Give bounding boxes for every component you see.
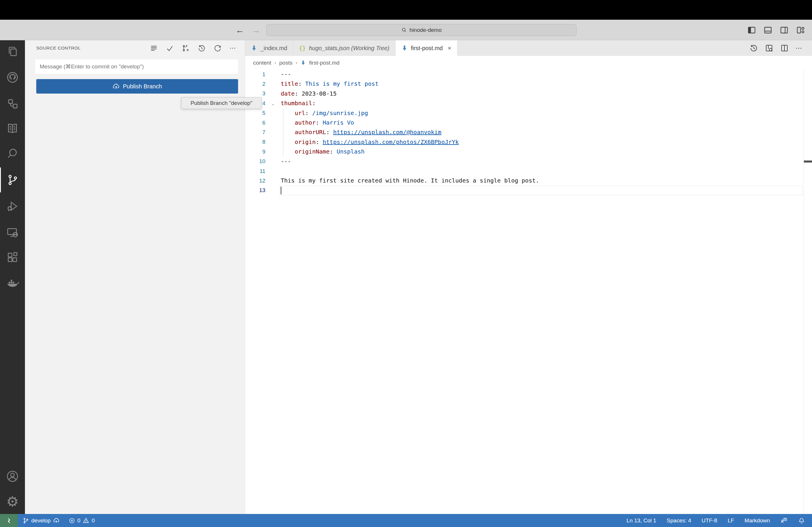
refresh-icon[interactable] [214,44,222,52]
tab-label: hugo_stats.json (Working Tree) [309,45,390,51]
search-icon [401,27,407,33]
code-line[interactable]: 8 origin: https://unsplash.com/photos/ZX… [245,137,812,147]
breadcrumb: content › posts › first-post.md [245,56,812,70]
split-editor-icon[interactable] [780,44,789,52]
sidebar-item-github[interactable] [0,65,25,90]
breadcrumb-item-file[interactable]: first-post.md [309,60,339,66]
github-icon [6,71,19,84]
indentation-item[interactable]: Spaces: 4 [667,517,691,524]
breadcrumb-item-posts[interactable]: posts [279,60,292,66]
problems-status-item[interactable]: 0 0 [69,517,95,524]
branch-name: develop [31,517,51,524]
tab-hugo-stats-json[interactable]: {} hugo_stats.json (Working Tree) [293,40,395,56]
remote-explorer-icon [6,226,19,239]
source-control-panel: SOURCE CONTROL ⋯ Publish Branch [25,40,245,514]
branch-status-item[interactable]: develop [23,517,60,524]
settings-gear-button[interactable]: ⚙ [0,490,25,514]
sidebar-item-hierarchy[interactable] [0,91,25,116]
line-number: 8 [245,139,265,145]
bell-icon [798,517,805,524]
timeline-history-icon[interactable] [749,44,758,52]
top-black-strip [0,0,812,20]
line-number: 13 [245,187,265,194]
publish-branch-button[interactable]: Publish Branch [36,79,238,94]
code-line[interactable]: 12 This is my first site created with Hi… [245,176,812,185]
sidebar-item-run-debug[interactable] [0,194,25,219]
code-line[interactable]: 9 originName: Unsplash [245,147,812,156]
chevron-right-icon: › [295,60,297,66]
remote-indicator[interactable] [0,514,18,527]
cursor-position-item[interactable]: Ln 13, Col 1 [626,517,656,524]
accounts-icon [6,470,19,483]
sidebar-item-search[interactable] [0,141,25,166]
sidebar-item-source-control[interactable] [0,167,25,192]
code-line[interactable]: 7 authorURL: https://unsplash.com/@hoanv… [245,127,812,137]
line-number: 7 [245,129,265,136]
code-line-current[interactable]: 13 [245,186,812,195]
view-as-list-icon[interactable] [150,44,158,52]
cloud-upload-icon [113,83,120,90]
publish-branch-label: Publish Branch [123,83,162,90]
code-line[interactable]: 10 --- [245,157,812,166]
line-number: 12 [245,178,265,184]
sidebar-item-explorer[interactable] [0,39,25,64]
code-line[interactable]: 11 [245,166,812,176]
publish-branch-tooltip: Publish Branch "develop" [181,97,262,109]
overview-ruler[interactable] [803,70,804,514]
tab-index-md[interactable]: _index.md [245,40,293,56]
more-actions-icon[interactable]: ⋯ [229,44,236,52]
code-line[interactable]: 4⌄ thumbnail: [245,99,812,108]
overview-ruler-cursor-marker [804,161,812,163]
command-center[interactable]: hinode-demo [266,24,577,36]
fold-chevron-icon[interactable]: ⌄ [265,101,281,106]
open-preview-icon[interactable] [765,44,773,52]
error-count: 0 [77,517,81,524]
nav-forward-icon[interactable]: → [252,20,260,40]
code-line[interactable]: 5 url: /img/sunrise.jpg [245,108,812,118]
markdown-file-icon [401,45,408,51]
history-icon[interactable] [198,44,206,52]
eol-item[interactable]: LF [728,517,734,524]
sidebar-item-docs[interactable] [0,116,25,141]
line-number: 3 [245,90,265,97]
docker-icon [6,276,19,290]
toggle-primary-sidebar-icon[interactable] [747,26,756,35]
search-icon [6,147,19,160]
line-number: 2 [245,81,265,87]
notifications-item[interactable] [798,517,805,524]
accounts-button[interactable] [0,464,25,489]
line-number: 11 [245,168,265,175]
source-control-header: SOURCE CONTROL ⋯ [25,40,245,56]
sidebar-item-remote-explorer[interactable] [0,220,25,245]
tab-first-post-md[interactable]: first-post.md × [395,40,457,56]
sidebar-item-extensions[interactable] [0,245,25,270]
line-number: 9 [245,149,265,155]
tab-label: first-post.md [411,45,443,51]
customize-layout-icon[interactable] [796,26,805,35]
tab-close-icon[interactable]: × [448,45,451,51]
breadcrumb-item-content[interactable]: content [253,60,271,66]
nav-back-icon[interactable]: ← [235,20,244,40]
feedback-item[interactable] [780,517,788,524]
toggle-panel-icon[interactable] [763,26,772,35]
status-bar: develop 0 0 Ln 13, Col 1 Spaces: 4 UTF-8… [0,514,812,527]
code-line[interactable]: 6 author: Harris Vo [245,118,812,127]
tab-label: _index.md [260,45,287,51]
code-line[interactable]: 2 title: This is my first post [245,79,812,89]
json-file-icon: {} [299,45,306,51]
encoding-item[interactable]: UTF-8 [701,517,717,524]
create-branch-icon[interactable] [182,44,190,52]
commit-message-input[interactable] [35,59,238,74]
more-actions-icon[interactable]: ⋯ [796,44,803,52]
commit-check-icon[interactable] [165,44,174,52]
chevron-right-icon: › [274,60,276,66]
language-mode-item[interactable]: Markdown [744,517,770,524]
remote-indicator-icon [5,517,13,524]
code-line[interactable]: 1 --- [245,70,812,79]
cloud-upload-icon [53,517,60,524]
code-line[interactable]: 3 date: 2023-08-15 [245,89,812,99]
toggle-secondary-sidebar-icon[interactable] [780,26,789,35]
sidebar-item-docker[interactable] [0,271,25,296]
line-number: 5 [245,110,265,116]
feedback-icon [780,517,788,524]
